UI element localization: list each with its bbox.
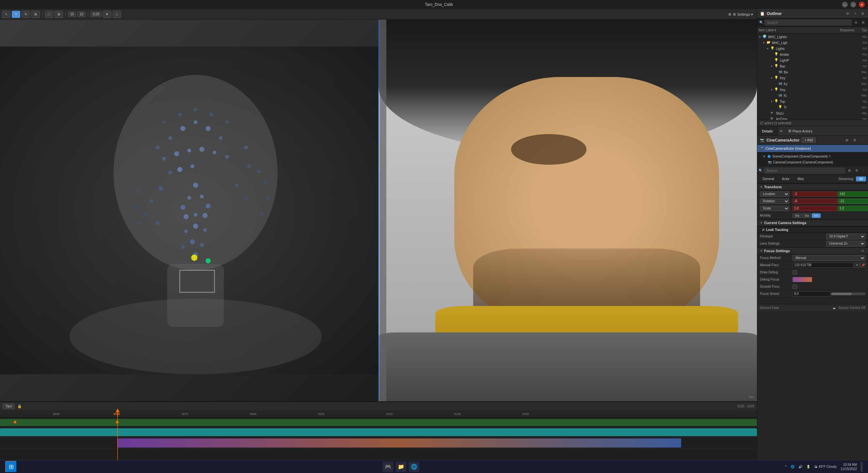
col-item-label[interactable]: Item Label ▾	[758, 28, 837, 32]
track-row-3[interactable]	[0, 437, 757, 449]
lens-settings-dropdown[interactable]: Universal Zo	[826, 241, 865, 247]
tree-item-ba[interactable]: ▶ 📹 Ba Rec	[757, 69, 868, 75]
start-button[interactable]: ⊞	[5, 461, 17, 473]
location-x-input[interactable]	[793, 192, 837, 197]
outliner-add-icon[interactable]: +	[852, 11, 858, 16]
keyframe-1[interactable]	[14, 421, 16, 424]
location-dropdown[interactable]: Location	[760, 192, 789, 197]
tree-item-ambie[interactable]: ▶ 💡 Ambie Poi	[757, 52, 868, 58]
properties-search-input[interactable]	[764, 168, 845, 173]
tree-item-lightp[interactable]: ▶ 💡 LightP Act	[757, 58, 868, 63]
track-row-1[interactable]	[0, 417, 757, 427]
scale-dropdown[interactable]: Scale	[760, 206, 789, 211]
focus-smooth-speed-input[interactable]	[793, 291, 831, 297]
tree-item-key-1[interactable]: ▼ 💡 Key Act	[757, 75, 868, 81]
tree-item-airglow[interactable]: ▶ 🌫 AirGlow Sta	[757, 116, 868, 120]
location-y-input[interactable]	[838, 192, 868, 197]
tree-item-tr[interactable]: ▶ 💡 Tr Spo	[757, 104, 868, 110]
component-settings-button[interactable]: ⚙	[852, 137, 858, 143]
prop-grid-button[interactable]: ⊞	[846, 168, 852, 173]
filter-general[interactable]: General	[759, 176, 778, 181]
focus-reset-button[interactable]: ↺	[860, 248, 865, 254]
rotation-x-input[interactable]	[793, 199, 837, 204]
grid-view-button[interactable]: ⊞	[844, 137, 850, 143]
focus-eyedropper-button[interactable]: 👁	[854, 263, 860, 268]
camera-settings-header[interactable]: ▼ Current Camera Settings	[757, 219, 868, 226]
mobility-static-button[interactable]: Sta	[793, 213, 802, 218]
viewport-layout-button[interactable]: □	[113, 11, 121, 18]
details-close-button[interactable]: ✕	[778, 129, 784, 134]
scale-y-input[interactable]	[838, 206, 868, 211]
source-control-label[interactable]: Source Control Off	[838, 306, 865, 310]
expand-icon-top[interactable]: ▼	[770, 100, 774, 103]
prop-settings-button[interactable]: ⚙	[854, 168, 860, 173]
smooth-focus-checkbox[interactable]	[793, 284, 797, 289]
component-kebab-button[interactable]: ⋮	[860, 137, 865, 143]
expand-icon-key2[interactable]: ▼	[770, 89, 774, 91]
show-desktop-button[interactable]	[861, 462, 863, 472]
scale-x-input[interactable]	[793, 206, 837, 211]
place-actors-button[interactable]: ⊞ Place Actors	[785, 127, 816, 135]
expand-icon-key1[interactable]: ▼	[770, 77, 774, 79]
sound-icon[interactable]: 🔊	[799, 465, 802, 468]
minimize-button[interactable]: —	[842, 2, 848, 7]
expand-icon[interactable]: ▼	[767, 47, 770, 50]
mobility-movable-button[interactable]: Mo	[812, 213, 820, 218]
draw-debug-checkbox[interactable]	[793, 270, 797, 275]
tree-item-skyli[interactable]: ▶ ☀ SkyLi Sky	[757, 110, 868, 116]
taskbar-clock[interactable]: 10:54 AM 11/15/2022	[841, 463, 857, 471]
scale-button[interactable]: ⊞	[31, 11, 40, 18]
filter-actor[interactable]: Actor	[779, 176, 793, 181]
rotation-dropdown[interactable]: Rotation	[760, 199, 789, 204]
tree-item-ky[interactable]: ▶ 📹 Ky Rec	[757, 81, 868, 87]
taskbar-app-ue[interactable]: 🎮	[383, 462, 393, 472]
filter-all[interactable]: All	[856, 176, 866, 181]
expand-icon-bac[interactable]: ▼	[770, 65, 774, 68]
outliner-settings-icon[interactable]: ⚙	[844, 11, 850, 16]
network-icon[interactable]: 🌐	[790, 465, 795, 468]
manual-focus-input[interactable]	[793, 263, 854, 268]
tree-item-ki[interactable]: ▶ 📹 Ki Rec	[757, 93, 868, 99]
filmback-dropdown[interactable]: 16:9 Digital F	[826, 234, 865, 239]
outliner-sort-icon[interactable]: ⊞	[860, 20, 866, 26]
outliner-close-button[interactable]: ✕	[860, 11, 865, 16]
tree-item-mhc-lightin[interactable]: ▼ 🌍 MHC_Lightin Wo	[757, 34, 868, 40]
settings-button[interactable]: ⚙ ⚙ Settings ▾	[728, 12, 753, 16]
taskbar-app-chrome[interactable]: 🌐	[409, 462, 419, 472]
look-tracking-header[interactable]: ▶ Look Tracking	[757, 226, 868, 233]
tree-item-mhc-ligh[interactable]: ▼ 📁 MHC_Ligh Fol	[757, 40, 868, 46]
taro-button[interactable]: Taro	[3, 404, 15, 409]
filter-misc[interactable]: Misc	[794, 176, 808, 181]
rotate-button[interactable]: ↻	[22, 11, 30, 18]
tree-item-key-2[interactable]: ▼ 💡 Key Act	[757, 87, 868, 93]
track-row-2[interactable]	[0, 427, 757, 437]
debug-focus-swatch[interactable]	[793, 277, 812, 282]
focus-settings-header[interactable]: ▼ Focus Settings ↺	[757, 247, 868, 255]
track-content-1[interactable]	[0, 417, 757, 426]
track-content-3[interactable]	[0, 437, 757, 448]
transform-section-header[interactable]: ▼ Transform	[757, 183, 868, 191]
tree-item-bac[interactable]: ▼ 💡 Bac Act	[757, 63, 868, 69]
close-button[interactable]: ✕	[859, 2, 865, 7]
scene-component-item[interactable]: ▼ 🔷 SceneComponent (SceneComponent) E	[757, 153, 868, 159]
maximize-button[interactable]: □	[850, 2, 856, 7]
taskbar-app-folder[interactable]: 📁	[396, 462, 406, 472]
derived-data-label[interactable]: Derived Data	[760, 306, 779, 310]
chevron-icon[interactable]: ^	[785, 465, 787, 468]
playhead[interactable]	[117, 410, 118, 417]
camera-speed-icon[interactable]: 🎥	[45, 11, 53, 18]
battery-icon[interactable]: 🔋	[806, 465, 810, 468]
prop-kebab-button[interactable]: ⋮	[861, 168, 867, 173]
viewport-options-button[interactable]: ⊞	[55, 11, 63, 18]
expand-icon[interactable]: ▼	[763, 41, 767, 44]
expand-icon[interactable]: ▼	[758, 36, 763, 38]
tree-item-top[interactable]: ▼ 💡 Top Act	[757, 99, 868, 104]
focus-method-dropdown[interactable]: Manual	[793, 255, 865, 261]
camera-button[interactable]: ▼	[103, 11, 111, 18]
focus-pin-button[interactable]: 📌	[860, 263, 865, 268]
outliner-filter-icon[interactable]: ⊟	[853, 20, 859, 26]
viewport-canvas[interactable]: Taro	[0, 20, 757, 401]
rotation-y-input[interactable]	[838, 199, 868, 204]
camera-component-item[interactable]: 📷 CameraComponent (CameraComponent)	[757, 159, 868, 165]
translate-button[interactable]: ✛	[12, 11, 20, 18]
